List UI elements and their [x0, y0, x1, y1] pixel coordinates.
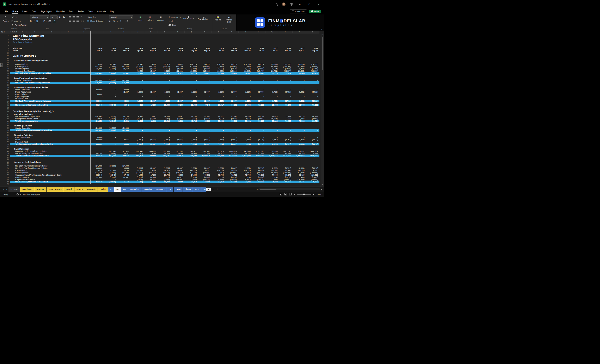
cell[interactable]: (1,667)	[131, 138, 144, 141]
row-header-37[interactable]: 37	[7, 93, 10, 95]
cell[interactable]: -	[90, 178, 104, 181]
cell[interactable]: Mar-26	[117, 49, 131, 52]
cell[interactable]: (1,667)	[198, 167, 212, 169]
cell[interactable]: 57,334	[239, 181, 252, 183]
cell[interactable]: -	[185, 141, 198, 143]
row-label[interactable]: Change in Cash (Pre-Corporate Tax & Inte…	[10, 174, 90, 176]
column-header-K[interactable]: K	[104, 31, 117, 33]
cell[interactable]: 10,296	[144, 181, 158, 183]
row-label[interactable]: Investing Activities	[10, 125, 90, 127]
row-label[interactable]: Cash Flow from Operating Activities	[10, 59, 90, 62]
cell[interactable]: (24,000)	[90, 127, 104, 129]
cell[interactable]: -	[117, 178, 131, 181]
sheet-tab-capital[interactable]: Capital	[98, 187, 108, 192]
cell[interactable]: 96,628	[292, 174, 306, 176]
cell[interactable]: Jan-26	[90, 49, 104, 52]
row-header-36[interactable]: 36	[7, 91, 10, 93]
cell[interactable]: (1,600)	[198, 176, 212, 178]
cell[interactable]: (2,475)	[131, 178, 144, 181]
cell[interactable]: 56,125	[252, 120, 265, 122]
cell[interactable]: 23,345	[104, 63, 117, 65]
cell[interactable]: -	[158, 98, 171, 100]
cell[interactable]: 55,968	[225, 120, 239, 122]
menu-tab-view[interactable]: View	[86, 8, 95, 14]
cell[interactable]: -	[158, 79, 171, 82]
cell[interactable]: (1,667)	[171, 138, 185, 141]
cell[interactable]: -	[104, 178, 117, 181]
row-header-14[interactable]: 14	[7, 55, 10, 57]
sheet-tab-dashboard[interactable]: Dashboard	[20, 187, 34, 192]
cell[interactable]: (1,469)	[306, 68, 319, 70]
row-header-60[interactable]: 60	[7, 143, 10, 145]
cell[interactable]: (1,667)	[144, 91, 158, 93]
cell[interactable]: 83,704	[306, 120, 319, 122]
cell[interactable]: 2027	[279, 47, 292, 49]
cell[interactable]: 883,359	[144, 150, 158, 152]
cell[interactable]: -	[131, 136, 144, 138]
cell[interactable]: (56,753)	[144, 172, 158, 174]
wrap-text-button[interactable]: ↩Wrap Text	[85, 16, 96, 18]
cell[interactable]: -	[306, 79, 319, 82]
row-header-54[interactable]: 54	[7, 129, 10, 131]
cell[interactable]: Feb-26	[104, 49, 117, 52]
cell[interactable]: (1,667)	[198, 138, 212, 141]
cell[interactable]: (1,667)	[171, 91, 185, 93]
cell[interactable]: 900,000	[90, 167, 104, 169]
cell[interactable]: -	[171, 95, 185, 98]
row-header-7[interactable]: 7	[8, 50, 10, 51]
cell[interactable]: (3,780)	[265, 143, 279, 146]
cell[interactable]: 2026	[198, 47, 212, 49]
cell[interactable]: (3,791)	[279, 138, 292, 141]
cell[interactable]: 86,696	[306, 115, 319, 118]
cell[interactable]: -	[185, 95, 198, 98]
row-label[interactable]: Month	[10, 50, 90, 52]
cell[interactable]: -	[239, 93, 252, 95]
row-header-78[interactable]: 78	[7, 183, 10, 185]
cut-button[interactable]: Cut	[12, 16, 27, 19]
cell[interactable]: (3,801)	[292, 91, 306, 93]
cell[interactable]: 57,317	[212, 104, 225, 106]
row-label[interactable]: Cash Receipts	[10, 63, 90, 65]
row-header-48[interactable]: 48	[7, 116, 10, 117]
cell[interactable]: (10,831)	[265, 118, 279, 120]
chevron-down-icon[interactable]: ▾	[49, 3, 50, 5]
scroll-down-icon[interactable]: ▼	[321, 184, 324, 185]
cell[interactable]: 893,655	[158, 150, 171, 152]
row-label[interactable]: Total Cash From (For) Investing Activiti…	[10, 129, 90, 131]
cell[interactable]: (8,219)	[158, 178, 171, 181]
cell[interactable]: 28,362	[158, 115, 171, 118]
cell[interactable]: -	[279, 165, 292, 167]
menu-tab-page-layout[interactable]: Page Layout	[38, 8, 54, 14]
cell[interactable]: 68,745	[292, 181, 306, 183]
cell[interactable]: -	[225, 127, 239, 129]
grow-font-button[interactable]: A▴	[59, 16, 61, 18]
cell[interactable]: 1,585	[131, 72, 144, 75]
cell[interactable]: -	[90, 95, 104, 98]
cell[interactable]: -	[158, 93, 171, 95]
share-button[interactable]: Share	[309, 10, 321, 13]
cell[interactable]: (16,840)	[225, 178, 239, 181]
cell[interactable]: -	[212, 88, 225, 91]
cell[interactable]: (3,812)	[306, 143, 319, 146]
cell[interactable]: 900,000	[90, 100, 104, 102]
row-label[interactable]: Net Cash Flow from Investing Activities	[10, 165, 90, 167]
cell[interactable]: 75,708	[144, 63, 158, 65]
cell[interactable]: 199,226	[279, 169, 292, 172]
align-right-icon[interactable]	[76, 20, 79, 22]
row-header-25[interactable]: 25	[7, 73, 10, 74]
row-header-42[interactable]: 42	[7, 104, 10, 106]
cell[interactable]: Aug-26	[185, 49, 198, 52]
row-label[interactable]: Capital Expenditure	[10, 79, 90, 82]
menu-tab-formulas[interactable]: Formulas	[54, 8, 67, 14]
cell[interactable]: 861,348	[104, 150, 117, 152]
cell[interactable]: -	[225, 79, 239, 82]
merge-center-button[interactable]: Merge & Center▾	[87, 19, 105, 23]
cell[interactable]: -	[279, 95, 292, 98]
cell[interactable]: 883,359	[131, 155, 144, 157]
cell[interactable]: -	[265, 129, 279, 132]
horizontal-scrollbar-track[interactable]	[258, 188, 320, 190]
cell[interactable]: -	[239, 127, 252, 129]
cell[interactable]: (3,770)	[252, 143, 265, 146]
percent-button[interactable]: %	[113, 20, 115, 22]
cell[interactable]: 89,570	[158, 169, 171, 172]
